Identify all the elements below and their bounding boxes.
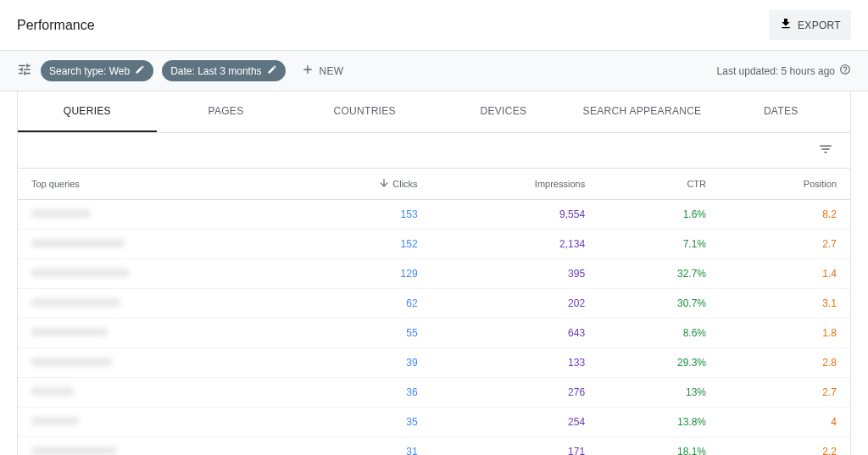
filter-bar-left: Search type: Web Date: Last 3 months NEW (17, 59, 350, 82)
ctr-cell: 32.7% (598, 259, 720, 289)
position-cell: 2.7 (720, 230, 850, 259)
ctr-cell: 1.6% (598, 200, 720, 230)
edit-icon (267, 64, 277, 77)
clicks-cell: 39 (287, 348, 431, 378)
table-row[interactable]: 3627613%2.7 (18, 378, 850, 408)
query-cell (18, 230, 287, 259)
tab-pages[interactable]: PAGES (157, 92, 296, 132)
col-query[interactable]: Top queries (18, 169, 287, 200)
help-icon[interactable] (839, 64, 851, 78)
position-cell: 2.8 (720, 348, 850, 378)
table-toolbar (18, 133, 850, 168)
ctr-cell: 30.7% (598, 289, 720, 319)
ctr-cell: 18.1% (598, 437, 720, 456)
impressions-cell: 254 (431, 408, 599, 437)
position-cell: 8.2 (720, 200, 850, 230)
page-title: Performance (17, 18, 95, 33)
impressions-cell: 395 (431, 259, 599, 289)
impressions-cell: 133 (431, 348, 599, 378)
impressions-cell: 171 (431, 437, 599, 456)
table-body: 1539,5541.6%8.21522,1347.1%2.712939532.7… (18, 200, 850, 456)
tab-devices[interactable]: DEVICES (434, 92, 573, 132)
last-updated: Last updated: 5 hours ago (717, 64, 851, 78)
col-ctr[interactable]: CTR (598, 169, 720, 200)
date-range-chip[interactable]: Date: Last 3 months (162, 60, 285, 81)
data-card: QUERIES PAGES COUNTRIES DEVICES SEARCH A… (17, 92, 851, 455)
table-row[interactable]: 556438.6%1.8 (18, 319, 850, 348)
clicks-cell: 153 (287, 200, 431, 230)
table-filter-icon[interactable] (818, 141, 833, 159)
impressions-cell: 202 (431, 289, 599, 319)
position-cell: 1.4 (720, 259, 850, 289)
export-label: EXPORT (798, 19, 841, 31)
query-cell (18, 200, 287, 230)
query-cell (18, 348, 287, 378)
col-impressions[interactable]: Impressions (431, 169, 599, 200)
ctr-cell: 29.3% (598, 348, 720, 378)
table-row[interactable]: 12939532.7%1.4 (18, 259, 850, 289)
filter-bar: Search type: Web Date: Last 3 months NEW… (0, 51, 868, 92)
clicks-cell: 35 (287, 408, 431, 437)
plus-icon (301, 63, 314, 79)
clicks-cell: 36 (287, 378, 431, 408)
tab-search-appearance[interactable]: SEARCH APPEARANCE (573, 92, 712, 132)
table-row[interactable]: 6220230.7%3.1 (18, 289, 850, 319)
col-position[interactable]: Position (720, 169, 850, 200)
query-cell (18, 289, 287, 319)
new-label: NEW (320, 65, 344, 77)
position-cell: 2.2 (720, 437, 850, 456)
tab-countries[interactable]: COUNTRIES (295, 92, 434, 132)
query-cell (18, 378, 287, 408)
table-row[interactable]: 3913329.3%2.8 (18, 348, 850, 378)
impressions-cell: 643 (431, 319, 599, 348)
clicks-cell: 129 (287, 259, 431, 289)
last-updated-text: Last updated: 5 hours ago (717, 65, 835, 77)
query-cell (18, 437, 287, 456)
table-row[interactable]: 3525413.8%4 (18, 408, 850, 437)
impressions-cell: 9,554 (431, 200, 599, 230)
clicks-cell: 31 (287, 437, 431, 456)
col-clicks[interactable]: Clicks (287, 169, 431, 200)
edit-icon (135, 64, 145, 77)
impressions-cell: 2,134 (431, 230, 599, 259)
ctr-cell: 13.8% (598, 408, 720, 437)
col-clicks-label: Clicks (392, 179, 417, 189)
export-button[interactable]: EXPORT (769, 10, 851, 40)
search-type-chip[interactable]: Search type: Web (41, 60, 153, 81)
clicks-cell: 55 (287, 319, 431, 348)
query-cell (18, 408, 287, 437)
ctr-cell: 13% (598, 378, 720, 408)
table-row[interactable]: 3117118.1%2.2 (18, 437, 850, 456)
position-cell: 3.1 (720, 289, 850, 319)
date-range-label: Date: Last 3 months (170, 65, 261, 77)
impressions-cell: 276 (431, 378, 599, 408)
query-cell (18, 259, 287, 289)
position-cell: 2.7 (720, 378, 850, 408)
table-row[interactable]: 1539,5541.6%8.2 (18, 200, 850, 230)
query-cell (18, 319, 287, 348)
filter-icon[interactable] (17, 62, 32, 80)
data-table: Top queries Clicks Impressions CTR Posit… (18, 168, 850, 455)
content-area: QUERIES PAGES COUNTRIES DEVICES SEARCH A… (0, 92, 868, 455)
ctr-cell: 7.1% (598, 230, 720, 259)
search-type-label: Search type: Web (49, 65, 130, 77)
download-icon (779, 17, 793, 33)
ctr-cell: 8.6% (598, 319, 720, 348)
add-filter-button[interactable]: NEW (294, 59, 351, 82)
clicks-cell: 62 (287, 289, 431, 319)
arrow-down-icon (378, 177, 390, 191)
clicks-cell: 152 (287, 230, 431, 259)
page-header: Performance EXPORT (0, 0, 868, 51)
tab-queries[interactable]: QUERIES (18, 92, 157, 132)
position-cell: 1.8 (720, 319, 850, 348)
tabs-row: QUERIES PAGES COUNTRIES DEVICES SEARCH A… (18, 92, 850, 133)
tab-dates[interactable]: DATES (711, 92, 850, 132)
position-cell: 4 (720, 408, 850, 437)
table-row[interactable]: 1522,1347.1%2.7 (18, 230, 850, 259)
